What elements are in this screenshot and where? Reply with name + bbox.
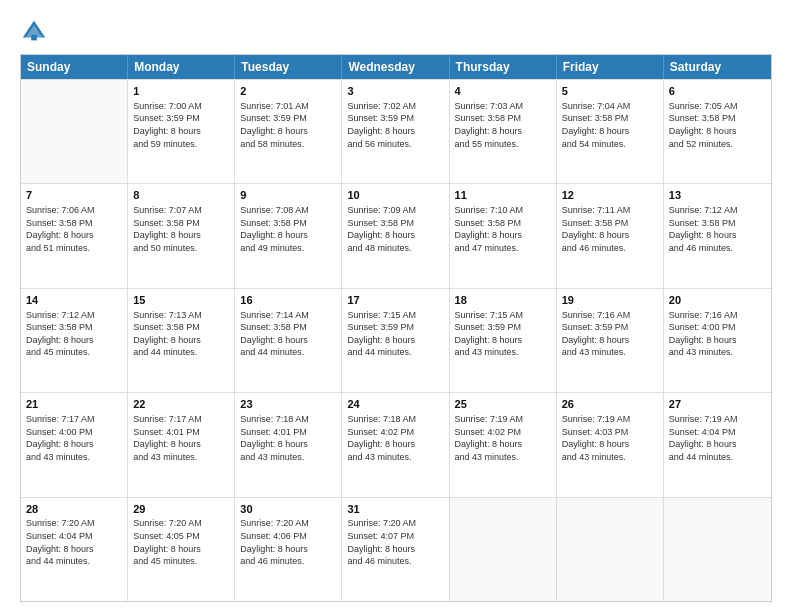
day-number: 29 [133, 502, 229, 517]
day-info: Sunrise: 7:03 AM Sunset: 3:58 PM Dayligh… [455, 100, 551, 150]
calendar-day-6: 6Sunrise: 7:05 AM Sunset: 3:58 PM Daylig… [664, 80, 771, 183]
day-number: 8 [133, 188, 229, 203]
day-number: 30 [240, 502, 336, 517]
calendar-day-17: 17Sunrise: 7:15 AM Sunset: 3:59 PM Dayli… [342, 289, 449, 392]
calendar-day-18: 18Sunrise: 7:15 AM Sunset: 3:59 PM Dayli… [450, 289, 557, 392]
day-number: 6 [669, 84, 766, 99]
calendar-day-26: 26Sunrise: 7:19 AM Sunset: 4:03 PM Dayli… [557, 393, 664, 496]
day-number: 27 [669, 397, 766, 412]
day-number: 7 [26, 188, 122, 203]
day-number: 28 [26, 502, 122, 517]
page: SundayMondayTuesdayWednesdayThursdayFrid… [0, 0, 792, 612]
calendar-day-1: 1Sunrise: 7:00 AM Sunset: 3:59 PM Daylig… [128, 80, 235, 183]
calendar-body: 1Sunrise: 7:00 AM Sunset: 3:59 PM Daylig… [21, 79, 771, 601]
day-number: 26 [562, 397, 658, 412]
day-info: Sunrise: 7:01 AM Sunset: 3:59 PM Dayligh… [240, 100, 336, 150]
day-info: Sunrise: 7:09 AM Sunset: 3:58 PM Dayligh… [347, 204, 443, 254]
calendar-empty-cell [664, 498, 771, 601]
day-info: Sunrise: 7:12 AM Sunset: 3:58 PM Dayligh… [26, 309, 122, 359]
day-number: 3 [347, 84, 443, 99]
calendar-day-31: 31Sunrise: 7:20 AM Sunset: 4:07 PM Dayli… [342, 498, 449, 601]
day-number: 13 [669, 188, 766, 203]
calendar: SundayMondayTuesdayWednesdayThursdayFrid… [20, 54, 772, 602]
day-info: Sunrise: 7:17 AM Sunset: 4:01 PM Dayligh… [133, 413, 229, 463]
day-info: Sunrise: 7:15 AM Sunset: 3:59 PM Dayligh… [455, 309, 551, 359]
svg-rect-2 [31, 35, 37, 41]
calendar-day-20: 20Sunrise: 7:16 AM Sunset: 4:00 PM Dayli… [664, 289, 771, 392]
day-info: Sunrise: 7:11 AM Sunset: 3:58 PM Dayligh… [562, 204, 658, 254]
weekday-header-thursday: Thursday [450, 55, 557, 79]
calendar-day-10: 10Sunrise: 7:09 AM Sunset: 3:58 PM Dayli… [342, 184, 449, 287]
day-info: Sunrise: 7:04 AM Sunset: 3:58 PM Dayligh… [562, 100, 658, 150]
weekday-header-tuesday: Tuesday [235, 55, 342, 79]
calendar-day-12: 12Sunrise: 7:11 AM Sunset: 3:58 PM Dayli… [557, 184, 664, 287]
day-number: 24 [347, 397, 443, 412]
day-info: Sunrise: 7:13 AM Sunset: 3:58 PM Dayligh… [133, 309, 229, 359]
day-info: Sunrise: 7:14 AM Sunset: 3:58 PM Dayligh… [240, 309, 336, 359]
day-number: 1 [133, 84, 229, 99]
day-number: 15 [133, 293, 229, 308]
day-info: Sunrise: 7:02 AM Sunset: 3:59 PM Dayligh… [347, 100, 443, 150]
day-info: Sunrise: 7:12 AM Sunset: 3:58 PM Dayligh… [669, 204, 766, 254]
calendar-day-5: 5Sunrise: 7:04 AM Sunset: 3:58 PM Daylig… [557, 80, 664, 183]
calendar-day-27: 27Sunrise: 7:19 AM Sunset: 4:04 PM Dayli… [664, 393, 771, 496]
day-info: Sunrise: 7:19 AM Sunset: 4:04 PM Dayligh… [669, 413, 766, 463]
weekday-header-sunday: Sunday [21, 55, 128, 79]
day-number: 10 [347, 188, 443, 203]
day-number: 22 [133, 397, 229, 412]
calendar-day-9: 9Sunrise: 7:08 AM Sunset: 3:58 PM Daylig… [235, 184, 342, 287]
day-number: 19 [562, 293, 658, 308]
calendar-day-25: 25Sunrise: 7:19 AM Sunset: 4:02 PM Dayli… [450, 393, 557, 496]
logo-icon [20, 18, 48, 46]
header [20, 18, 772, 46]
calendar-day-7: 7Sunrise: 7:06 AM Sunset: 3:58 PM Daylig… [21, 184, 128, 287]
calendar-row-3: 21Sunrise: 7:17 AM Sunset: 4:00 PM Dayli… [21, 392, 771, 496]
day-info: Sunrise: 7:17 AM Sunset: 4:00 PM Dayligh… [26, 413, 122, 463]
day-number: 4 [455, 84, 551, 99]
calendar-header-row: SundayMondayTuesdayWednesdayThursdayFrid… [21, 55, 771, 79]
day-number: 5 [562, 84, 658, 99]
calendar-day-13: 13Sunrise: 7:12 AM Sunset: 3:58 PM Dayli… [664, 184, 771, 287]
weekday-header-saturday: Saturday [664, 55, 771, 79]
day-number: 2 [240, 84, 336, 99]
calendar-day-19: 19Sunrise: 7:16 AM Sunset: 3:59 PM Dayli… [557, 289, 664, 392]
calendar-row-0: 1Sunrise: 7:00 AM Sunset: 3:59 PM Daylig… [21, 79, 771, 183]
calendar-day-30: 30Sunrise: 7:20 AM Sunset: 4:06 PM Dayli… [235, 498, 342, 601]
day-info: Sunrise: 7:20 AM Sunset: 4:07 PM Dayligh… [347, 517, 443, 567]
day-number: 14 [26, 293, 122, 308]
calendar-day-3: 3Sunrise: 7:02 AM Sunset: 3:59 PM Daylig… [342, 80, 449, 183]
day-number: 20 [669, 293, 766, 308]
day-info: Sunrise: 7:16 AM Sunset: 3:59 PM Dayligh… [562, 309, 658, 359]
calendar-day-8: 8Sunrise: 7:07 AM Sunset: 3:58 PM Daylig… [128, 184, 235, 287]
day-number: 18 [455, 293, 551, 308]
day-info: Sunrise: 7:19 AM Sunset: 4:02 PM Dayligh… [455, 413, 551, 463]
day-number: 12 [562, 188, 658, 203]
logo [20, 18, 52, 46]
day-info: Sunrise: 7:19 AM Sunset: 4:03 PM Dayligh… [562, 413, 658, 463]
day-number: 11 [455, 188, 551, 203]
calendar-day-28: 28Sunrise: 7:20 AM Sunset: 4:04 PM Dayli… [21, 498, 128, 601]
day-info: Sunrise: 7:16 AM Sunset: 4:00 PM Dayligh… [669, 309, 766, 359]
calendar-day-24: 24Sunrise: 7:18 AM Sunset: 4:02 PM Dayli… [342, 393, 449, 496]
calendar-day-23: 23Sunrise: 7:18 AM Sunset: 4:01 PM Dayli… [235, 393, 342, 496]
calendar-empty-cell [450, 498, 557, 601]
weekday-header-friday: Friday [557, 55, 664, 79]
calendar-empty-cell [21, 80, 128, 183]
calendar-row-2: 14Sunrise: 7:12 AM Sunset: 3:58 PM Dayli… [21, 288, 771, 392]
calendar-day-2: 2Sunrise: 7:01 AM Sunset: 3:59 PM Daylig… [235, 80, 342, 183]
weekday-header-monday: Monday [128, 55, 235, 79]
day-number: 21 [26, 397, 122, 412]
day-info: Sunrise: 7:20 AM Sunset: 4:06 PM Dayligh… [240, 517, 336, 567]
day-number: 9 [240, 188, 336, 203]
day-info: Sunrise: 7:07 AM Sunset: 3:58 PM Dayligh… [133, 204, 229, 254]
calendar-day-29: 29Sunrise: 7:20 AM Sunset: 4:05 PM Dayli… [128, 498, 235, 601]
day-info: Sunrise: 7:00 AM Sunset: 3:59 PM Dayligh… [133, 100, 229, 150]
day-info: Sunrise: 7:10 AM Sunset: 3:58 PM Dayligh… [455, 204, 551, 254]
calendar-row-4: 28Sunrise: 7:20 AM Sunset: 4:04 PM Dayli… [21, 497, 771, 601]
day-info: Sunrise: 7:15 AM Sunset: 3:59 PM Dayligh… [347, 309, 443, 359]
day-info: Sunrise: 7:06 AM Sunset: 3:58 PM Dayligh… [26, 204, 122, 254]
day-number: 23 [240, 397, 336, 412]
day-number: 17 [347, 293, 443, 308]
calendar-day-16: 16Sunrise: 7:14 AM Sunset: 3:58 PM Dayli… [235, 289, 342, 392]
calendar-day-15: 15Sunrise: 7:13 AM Sunset: 3:58 PM Dayli… [128, 289, 235, 392]
